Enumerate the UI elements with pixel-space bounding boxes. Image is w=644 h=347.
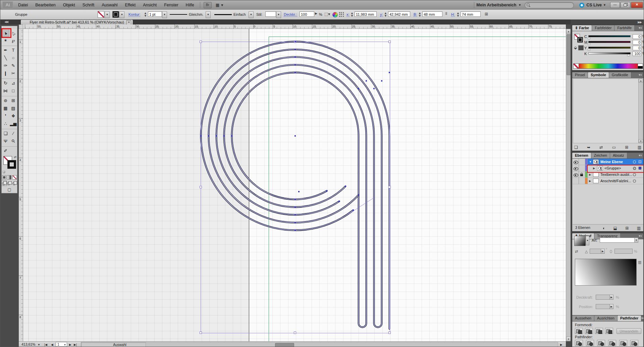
slider-handle-M[interactable] — [588, 43, 590, 45]
layer-row-main[interactable]: ▶Anschnitt/Falzlini... — [588, 178, 643, 184]
x-position-link[interactable]: x: — [346, 12, 350, 17]
y-position-value[interactable]: 42,942 mm — [388, 11, 410, 17]
recolor-artwork-icon[interactable] — [332, 12, 338, 17]
first-page-button[interactable]: |◀ — [44, 343, 47, 346]
layer-visibility-toggle[interactable] — [573, 171, 579, 178]
menu-item-schrift[interactable]: Schrift — [79, 1, 98, 10]
search-input[interactable] — [525, 2, 574, 8]
anchor-point[interactable] — [294, 206, 296, 208]
gradient-tool[interactable]: ▨ — [9, 104, 17, 112]
symbols-tab-grafikstile[interactable]: Grafikstile — [609, 72, 631, 78]
anchor-point[interactable] — [345, 186, 346, 187]
slider-track-M[interactable] — [588, 41, 631, 43]
slider-value-C[interactable]: 0 — [633, 34, 641, 39]
layers-tab-zeichen[interactable]: Zeichen — [591, 153, 610, 158]
break-link-icon[interactable]: ⇄ — [599, 145, 603, 150]
divide-icon[interactable] — [575, 340, 583, 346]
width-tool[interactable]: ⋈ — [2, 87, 9, 95]
selection-handle[interactable] — [294, 332, 296, 334]
spectrum-rainbow[interactable] — [579, 64, 638, 68]
layers-menu-icon[interactable]: ▾≡ — [639, 153, 643, 158]
vertical-scrollbar[interactable]: ▲ ▼ — [566, 29, 571, 341]
anchor-point[interactable] — [373, 88, 375, 89]
layer-visibility-toggle[interactable] — [573, 165, 579, 171]
new-sublayer-icon[interactable]: ⬓ — [613, 225, 617, 231]
style-dropdown[interactable]: ▼ — [276, 11, 281, 18]
anchor-point[interactable] — [381, 80, 382, 82]
crop-icon[interactable] — [608, 340, 616, 346]
gradient-swatch-dropdown[interactable]: ▼ — [586, 236, 589, 245]
place-symbol-icon[interactable]: ➥ — [587, 145, 590, 150]
layer-target-icon[interactable] — [633, 173, 636, 176]
menu-item-ansicht[interactable]: Ansicht — [139, 1, 160, 10]
slice-tool[interactable]: ∕ — [9, 130, 17, 137]
layer-row-1[interactable]: ▼Meine Ebene — [573, 159, 643, 165]
anchor-point[interactable] — [200, 135, 202, 137]
exclude-icon[interactable] — [605, 328, 613, 334]
trim-icon[interactable] — [586, 340, 594, 346]
fill-swatch-dropdown[interactable]: ▼ — [119, 11, 124, 18]
spectrum-black-white[interactable] — [638, 64, 643, 68]
restore-button[interactable] — [621, 2, 630, 8]
anchor-point[interactable] — [326, 190, 327, 192]
pathfinder-tab-pathfinder[interactable]: Pathfinder — [618, 315, 641, 321]
gradient-type-value[interactable] — [600, 238, 635, 243]
symbol-sprayer-tool[interactable]: ∴ — [2, 120, 9, 128]
slider-track-Y[interactable] — [588, 47, 631, 49]
page-dropdown-icon[interactable]: ▼ — [64, 344, 66, 346]
layer-visibility-toggle[interactable] — [573, 178, 579, 184]
bridge-button[interactable]: Br — [204, 2, 212, 8]
gradient-position-field[interactable] — [596, 304, 610, 309]
menu-item-datei[interactable]: Datei — [14, 1, 32, 10]
scroll-up-icon[interactable]: ▲ — [639, 79, 643, 83]
merge-icon[interactable] — [597, 340, 605, 346]
layer-row-main[interactable]: ▼Meine Ebene — [588, 159, 643, 165]
anchor-point[interactable] — [216, 135, 217, 137]
y-position-link[interactable]: y: — [380, 12, 383, 17]
layer-lock-toggle[interactable] — [579, 159, 585, 165]
pathfinder-tab-aussehen[interactable]: Aussehen — [572, 315, 594, 321]
gradient-type-dropdown[interactable]: ▼ — [634, 238, 638, 243]
cs-live-button[interactable]: CS Live — [586, 3, 602, 7]
rotate-tool[interactable]: ↻ — [2, 79, 9, 87]
document-tab[interactable]: Flyer mit Retro-Schrift.ai* bei 413,61 %… — [20, 19, 133, 24]
y-stepper[interactable]: ▲▼ — [384, 12, 387, 17]
close-document-icon[interactable]: ✕ — [126, 20, 131, 25]
brush-definition-value[interactable]: Einfach — [233, 12, 246, 16]
layer-name[interactable]: Anschnitt/Falzlini... — [600, 178, 631, 184]
draw-normal-mode[interactable] — [2, 181, 6, 185]
pen-tool[interactable]: ✒ — [2, 46, 9, 54]
color-tab-farbhilfe[interactable]: Farbhilfe — [614, 25, 635, 31]
menu-item-objekt[interactable]: Objekt — [59, 1, 79, 10]
minus-back-icon[interactable] — [630, 340, 638, 346]
width-profile-value[interactable]: Gleichm. — [189, 12, 203, 16]
delete-symbol-icon[interactable]: ▥ — [638, 145, 641, 150]
slider-value-K[interactable]: 100 — [633, 51, 641, 56]
color-spectrum-bar[interactable] — [573, 63, 643, 69]
anchor-point[interactable] — [358, 194, 359, 196]
pathfinder-tab-ausrichten[interactable]: Ausrichten — [594, 315, 618, 321]
stroke-weight-link[interactable]: Kontur: — [128, 12, 140, 17]
pencil-tool[interactable]: ✎ — [9, 62, 17, 69]
line-segment-tool[interactable]: ╲ — [2, 54, 9, 62]
paintbrush-tool[interactable]: ✑ — [2, 62, 9, 69]
anchor-point[interactable] — [294, 49, 296, 50]
blend-tool[interactable]: ❖ — [9, 112, 17, 120]
scroll-down-icon[interactable]: ▼ — [639, 139, 643, 143]
layer-lock-toggle[interactable] — [579, 171, 585, 178]
anchor-point[interactable] — [223, 135, 225, 137]
layer-selection-square[interactable] — [639, 160, 641, 163]
vertical-ruler[interactable]: 12345678 — [19, 29, 23, 341]
anchor-point[interactable] — [294, 135, 296, 137]
prev-page-button[interactable]: ◀ — [51, 343, 53, 346]
opacity-slider-arrow[interactable]: ▶ — [315, 12, 317, 15]
anchor-point[interactable] — [353, 209, 354, 211]
x-position-value[interactable]: 11,983 mm — [355, 11, 377, 17]
mesh-tool[interactable]: ▦ — [2, 104, 9, 112]
ellipse-tool[interactable]: ○ — [9, 54, 17, 62]
workspace-switcher[interactable]: Mein Arbeitsbereich — [476, 3, 516, 7]
unite-icon[interactable] — [575, 328, 583, 334]
collapse-dock-icon[interactable]: ▶▶ — [638, 20, 642, 24]
gradient-preview[interactable] — [575, 259, 637, 286]
gradient-aspect-field[interactable] — [614, 249, 633, 254]
